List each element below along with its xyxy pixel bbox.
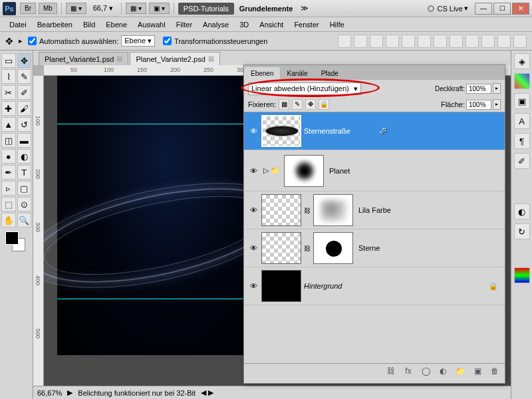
color-swatches[interactable] (1, 231, 31, 255)
menu-hilfe[interactable]: Hilfe (325, 19, 350, 30)
auto-select-dropdown[interactable]: Ebene ▾ (121, 35, 155, 47)
layer-thumbnail[interactable] (261, 232, 301, 264)
visibility-icon[interactable]: 👁 (248, 206, 259, 214)
align-icon[interactable] (354, 35, 367, 48)
arrange-button[interactable]: ▦ ▾ (126, 3, 146, 14)
cslive-label[interactable]: CS Live (437, 5, 463, 13)
adjustment-layer-icon[interactable]: ◐ (437, 366, 449, 378)
layer-thumbnail[interactable] (261, 115, 301, 147)
close-button[interactable]: ✕ (512, 3, 529, 15)
align-icon[interactable] (370, 35, 383, 48)
history-brush-tool[interactable]: ↺ (17, 117, 32, 132)
eraser-tool[interactable]: ◫ (1, 133, 16, 148)
brush-tool[interactable]: 🖌 (17, 101, 32, 116)
link-icon[interactable]: ⛓ (304, 245, 311, 252)
tab-ebenen[interactable]: Ebenen (244, 67, 280, 80)
history-dock-icon[interactable]: ↻ (514, 223, 530, 239)
minibridge-button[interactable]: Mb (39, 3, 57, 14)
layer-row[interactable]: 👁 ▷ 📁 Planet (244, 150, 505, 192)
blend-mode-dropdown[interactable]: Linear abwedeln (Hinzufügen)▾ (248, 82, 361, 95)
gradient-tool[interactable]: ▬ (17, 133, 32, 148)
align-icon[interactable] (386, 35, 399, 48)
menu-analyse[interactable]: Analyse (198, 19, 234, 30)
menu-ebene[interactable]: Ebene (100, 19, 132, 30)
swatches-dock-icon[interactable] (514, 267, 530, 283)
link-icon[interactable]: ⛓ (304, 207, 311, 214)
align-icon[interactable] (402, 35, 415, 48)
visibility-icon[interactable]: 👁 (248, 244, 259, 252)
type-tool[interactable]: T (17, 165, 32, 180)
delete-layer-icon[interactable]: 🗑 (489, 366, 501, 378)
menu-auswahl[interactable]: Auswahl (132, 19, 171, 30)
crop-tool[interactable]: ✂ (1, 85, 16, 100)
character-dock-icon[interactable]: A (514, 113, 530, 129)
new-layer-icon[interactable]: ▣ (471, 366, 483, 378)
layer-name[interactable]: Hintergrund (304, 282, 342, 290)
close-tab-icon[interactable]: ⊠ (116, 55, 122, 63)
layer-row[interactable]: 👁 Hintergrund 🔒 (244, 267, 505, 305)
link-layers-icon[interactable]: ⛓ (385, 366, 397, 378)
3d-tool[interactable]: ⬚ (1, 197, 16, 211)
distribute-icon[interactable] (450, 35, 463, 48)
menu-filter[interactable]: Filter (171, 19, 198, 30)
bridge-button[interactable]: Br (20, 3, 36, 14)
hand-tool[interactable]: ✋ (1, 213, 16, 227)
lock-all-icon[interactable]: 🔒 (319, 99, 329, 110)
align-icon[interactable] (338, 35, 351, 48)
layer-name[interactable]: Lila Farbe (358, 206, 391, 214)
marquee-tool[interactable]: ▭ (1, 53, 16, 68)
menu-datei[interactable]: Datei (4, 19, 32, 30)
layer-mask-thumbnail[interactable] (284, 155, 324, 187)
tab-kanaele[interactable]: Kanäle (280, 67, 314, 80)
distribute-icon[interactable] (434, 35, 447, 48)
distribute-icon[interactable] (513, 35, 527, 48)
auto-select-checkbox[interactable] (28, 37, 37, 45)
distribute-icon[interactable] (481, 35, 495, 48)
foreground-color[interactable] (5, 231, 19, 245)
3d-camera-tool[interactable]: ⊙ (17, 197, 32, 211)
lock-transparency-icon[interactable]: ▦ (279, 99, 289, 110)
layer-mask-thumbnail[interactable] (313, 194, 353, 226)
minimize-button[interactable]: — (475, 3, 492, 15)
visibility-icon[interactable]: 👁 (248, 127, 259, 135)
menu-3d[interactable]: 3D (234, 19, 254, 30)
layer-fx-icon[interactable]: fx (402, 366, 414, 378)
add-mask-icon[interactable]: ◯ (420, 366, 432, 378)
visibility-icon[interactable]: 👁 (248, 167, 259, 175)
close-tab-icon[interactable]: ⊠ (208, 55, 214, 63)
distribute-icon[interactable] (466, 35, 479, 48)
layer-row[interactable]: 👁 Sternenstraße (244, 112, 505, 150)
move-tool[interactable]: ✥ (17, 53, 32, 68)
distribute-icon[interactable] (497, 35, 511, 48)
doc-tab-1[interactable]: Planet_Variante1.psd⊠ (39, 52, 128, 65)
new-group-icon[interactable]: 📁 (454, 366, 466, 378)
dodge-tool[interactable]: ◐ (17, 149, 32, 164)
workspace-grundelemente[interactable]: Grundelemente (235, 3, 297, 14)
fill-flyout[interactable]: ▸ (493, 99, 501, 110)
layer-thumbnail[interactable] (261, 270, 301, 302)
visibility-icon[interactable]: 👁 (248, 282, 259, 290)
status-zoom[interactable]: 66,67% (37, 389, 62, 397)
transform-dock-icon[interactable]: ▣ (514, 93, 530, 109)
paragraph-dock-icon[interactable]: ¶ (514, 133, 530, 149)
healing-tool[interactable]: ✚ (1, 101, 16, 116)
quickselect-tool[interactable]: ✎ (17, 69, 32, 84)
layers-dock-icon[interactable]: ◈ (514, 53, 530, 69)
layer-mask-thumbnail[interactable] (313, 232, 353, 264)
pen-tool[interactable]: ✒ (1, 165, 16, 180)
workspace-psd-tutorials[interactable]: PSD-Tutorials (178, 3, 234, 15)
tab-pfade[interactable]: Pfade (315, 67, 345, 80)
zoom-tool[interactable]: 🔍 (17, 213, 32, 227)
menu-ansicht[interactable]: Ansicht (254, 19, 289, 30)
workspace-more[interactable]: ≫ (301, 4, 309, 13)
transform-checkbox[interactable] (163, 37, 172, 45)
fill-input[interactable]: 100% (466, 100, 491, 110)
opacity-input[interactable]: 100% (466, 84, 491, 94)
layer-row[interactable]: 👁 ⛓ Lila Farbe (244, 192, 505, 229)
stamp-tool[interactable]: ▲ (1, 117, 16, 132)
lock-pixels-icon[interactable]: ✎ (292, 99, 303, 110)
lock-position-icon[interactable]: ✥ (305, 99, 316, 110)
layer-name[interactable]: Planet (329, 167, 350, 175)
maximize-button[interactable]: ☐ (493, 3, 511, 15)
eyedropper-tool[interactable]: ✐ (17, 85, 32, 100)
